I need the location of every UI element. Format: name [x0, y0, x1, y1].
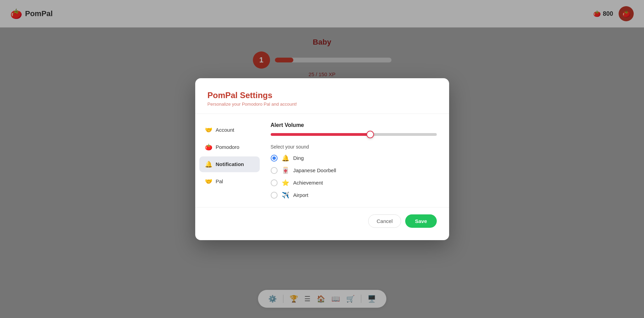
volume-slider-container: [271, 133, 437, 136]
cancel-button[interactable]: Cancel: [368, 214, 401, 228]
volume-slider[interactable]: [271, 133, 437, 136]
sidebar-item-account[interactable]: 🤝 Account: [199, 122, 260, 138]
sidebar-item-pomodoro[interactable]: 🍅 Pomodoro: [199, 139, 260, 155]
sidebar-item-pomodoro-label: Pomodoro: [216, 144, 239, 150]
modal-header: PomPal Settings Personalize your Pomodor…: [195, 91, 449, 114]
modal-footer: Cancel Save: [195, 207, 449, 228]
sidebar-item-notification-label: Notification: [216, 161, 244, 167]
notification-icon: 🔔: [205, 161, 212, 168]
sidebar-item-account-label: Account: [216, 127, 234, 133]
sidebar-item-pal-label: Pal: [216, 178, 223, 184]
radio-achievement[interactable]: [271, 179, 278, 186]
settings-modal: PomPal Settings Personalize your Pomodor…: [195, 78, 449, 240]
select-sound-label: Select your sound: [271, 144, 437, 150]
radio-ding[interactable]: [271, 155, 278, 162]
japanese-doorbell-emoji: 🀄: [282, 167, 289, 174]
sound-option-achievement[interactable]: ⭐ Achievement: [271, 179, 437, 187]
sound-options: 🔔 Ding 🀄 Japanese Doorbell ⭐ Achievement…: [271, 154, 437, 199]
ding-label: Ding: [293, 155, 304, 161]
sound-option-ding[interactable]: 🔔 Ding: [271, 154, 437, 162]
pomodoro-icon: 🍅: [205, 143, 212, 151]
achievement-label: Achievement: [293, 180, 323, 186]
slider-thumb: [366, 131, 374, 138]
settings-sidebar: 🤝 Account 🍅 Pomodoro 🔔 Notification 🤝 Pa…: [195, 119, 264, 202]
alert-volume-title: Alert Volume: [271, 122, 437, 128]
pal-icon: 🤝: [205, 178, 212, 185]
sound-option-airport[interactable]: ✈️ Airport: [271, 191, 437, 199]
sidebar-item-notification[interactable]: 🔔 Notification: [199, 156, 260, 172]
account-icon: 🤝: [205, 126, 212, 134]
airport-label: Airport: [293, 192, 308, 198]
radio-japanese-doorbell[interactable]: [271, 167, 278, 174]
radio-airport[interactable]: [271, 192, 278, 199]
modal-title: PomPal Settings: [208, 91, 437, 100]
save-button[interactable]: Save: [405, 214, 436, 228]
sidebar-item-pal[interactable]: 🤝 Pal: [199, 174, 260, 189]
modal-subtitle: Personalize your Pomodoro Pal and accoun…: [208, 102, 437, 107]
ding-emoji: 🔔: [282, 154, 289, 162]
modal-body: 🤝 Account 🍅 Pomodoro 🔔 Notification 🤝 Pa…: [195, 114, 449, 202]
settings-content: Alert Volume Select your sound 🔔 Ding: [264, 119, 449, 202]
japanese-doorbell-label: Japanese Doorbell: [293, 167, 336, 173]
sound-option-japanese-doorbell[interactable]: 🀄 Japanese Doorbell: [271, 167, 437, 174]
radio-ding-fill: [272, 156, 276, 160]
airport-emoji: ✈️: [282, 191, 289, 199]
achievement-emoji: ⭐: [282, 179, 289, 187]
